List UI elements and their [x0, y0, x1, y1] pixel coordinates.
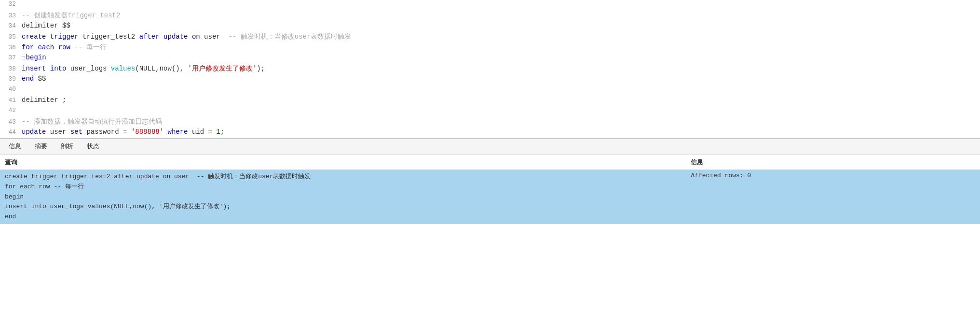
code-line: 41delimiter ;	[0, 96, 980, 106]
tabs-bar: 信息摘要剖析状态	[0, 139, 980, 155]
line-number: 35	[0, 33, 22, 41]
code-line: 33-- 创建触发器trigger_test2	[0, 11, 980, 21]
result-info-cell: Affected rows: 0	[686, 170, 980, 224]
token: ;	[62, 96, 66, 104]
token: delimiter	[22, 96, 62, 104]
line-content[interactable]: for each row -- 每一行	[22, 43, 107, 52]
token: after	[139, 33, 163, 41]
code-line: 42	[0, 106, 980, 117]
token: $$	[38, 75, 46, 83]
token: password	[86, 128, 123, 136]
line-content[interactable]: -- 添加数据，触发器自动执行并添加日志代码	[22, 117, 162, 126]
token: '用户修改发生了修改'	[188, 65, 257, 72]
line-number: 42	[0, 107, 22, 114]
tab-状态[interactable]: 状态	[80, 139, 106, 155]
line-content[interactable]: begin	[26, 54, 46, 61]
token: create	[22, 33, 50, 41]
token: delimiter	[22, 22, 62, 29]
result-query-cell: create trigger trigger_test2 after updat…	[0, 170, 686, 224]
token: for	[22, 43, 38, 51]
fold-marker: □	[22, 55, 25, 61]
token: -- 每一行	[74, 43, 107, 51]
token: insert	[22, 65, 50, 72]
code-line: 35create trigger trigger_test2 after upd…	[0, 32, 980, 43]
results-area: 查询 信息 create trigger trigger_test2 after…	[0, 155, 980, 224]
line-number: 34	[0, 22, 22, 29]
token: update	[163, 33, 192, 41]
token: =	[123, 128, 131, 136]
token: uid	[192, 128, 208, 136]
tab-信息[interactable]: 信息	[2, 139, 28, 155]
token: ;	[220, 128, 224, 136]
token: on	[192, 33, 204, 41]
token: begin	[26, 54, 46, 61]
line-number: 41	[0, 97, 22, 104]
code-line: 43-- 添加数据，触发器自动执行并添加日志代码	[0, 117, 980, 128]
token: set	[70, 128, 87, 136]
token: -- 创建触发器trigger_test2	[22, 12, 120, 19]
code-line: 36for each row -- 每一行	[0, 43, 980, 53]
line-content[interactable]: create trigger trigger_test2 after updat…	[22, 32, 351, 41]
token: trigger_test2	[82, 33, 139, 41]
token: user	[204, 33, 220, 41]
code-lines: 3233-- 创建触发器trigger_test234delimiter $$3…	[0, 0, 980, 138]
code-line: 39end $$	[0, 74, 980, 85]
token: each	[38, 43, 58, 51]
token: '888888'	[131, 128, 163, 136]
code-line: 34delimiter $$	[0, 21, 980, 32]
col-info-header: 信息	[686, 155, 980, 170]
line-number: 43	[0, 118, 22, 126]
line-content[interactable]: delimiter $$	[22, 22, 70, 29]
result-row[interactable]: create trigger trigger_test2 after updat…	[0, 170, 980, 224]
token: row	[58, 43, 75, 51]
line-number: 36	[0, 44, 22, 51]
token: -- 添加数据，触发器自动执行并添加日志代码	[22, 118, 162, 126]
line-number: 40	[0, 85, 22, 93]
line-number: 44	[0, 128, 22, 136]
line-number: 39	[0, 75, 22, 83]
token: );	[257, 65, 265, 72]
code-line: 40	[0, 85, 980, 96]
line-number: 33	[0, 12, 22, 19]
token: (NULL,now(),	[135, 65, 188, 72]
code-line: 44update user set password = '888888' wh…	[0, 128, 980, 138]
code-line: 38insert into user_logs values(NULL,now(…	[0, 64, 980, 74]
code-line: 32	[0, 0, 980, 11]
results-table: 查询 信息 create trigger trigger_test2 after…	[0, 155, 980, 224]
token: -- 触发时机：当修改user表数据时触发	[220, 33, 352, 41]
token: user_logs	[70, 65, 111, 72]
token: trigger	[50, 33, 82, 41]
token: where	[163, 128, 192, 136]
line-content[interactable]: delimiter ;	[22, 96, 66, 104]
tab-摘要[interactable]: 摘要	[28, 139, 54, 155]
token: into	[50, 65, 70, 72]
line-content[interactable]: end $$	[22, 75, 46, 83]
line-content[interactable]: -- 创建触发器trigger_test2	[22, 11, 120, 20]
token: $$	[62, 22, 70, 29]
line-content[interactable]: insert into user_logs values(NULL,now(),…	[22, 64, 265, 73]
results-header: 查询 信息	[0, 155, 980, 170]
line-content[interactable]: update user set password = '888888' wher…	[22, 128, 224, 136]
line-number: 38	[0, 65, 22, 72]
tab-剖析[interactable]: 剖析	[54, 139, 80, 155]
token: =	[208, 128, 217, 136]
code-editor: 3233-- 创建触发器trigger_test234delimiter $$3…	[0, 0, 980, 139]
token: values	[111, 65, 135, 72]
col-query-header: 查询	[0, 155, 686, 170]
line-number: 37	[0, 54, 22, 61]
token: 1	[216, 128, 220, 136]
token: update	[22, 128, 50, 136]
line-number: 32	[0, 0, 22, 8]
token: end	[22, 75, 38, 83]
token: user	[50, 128, 70, 136]
code-line: 37□begin	[0, 53, 980, 64]
